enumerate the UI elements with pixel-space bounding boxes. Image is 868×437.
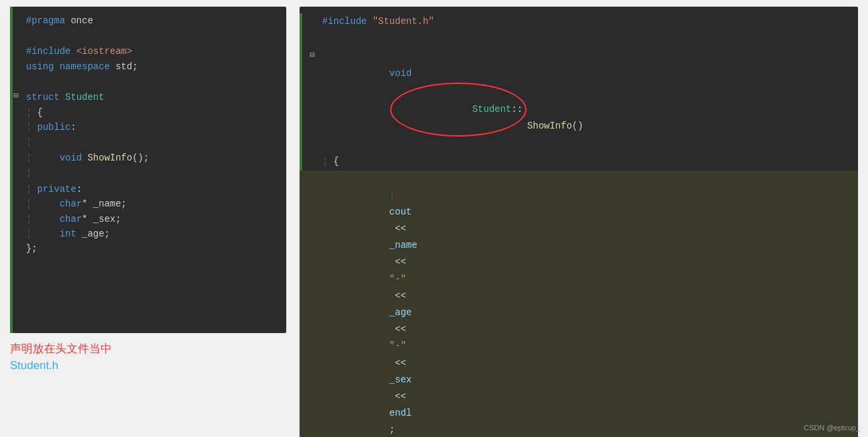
- code-text: #include <iostream>: [22, 44, 132, 59]
- code-line: [10, 74, 286, 90]
- code-line: ¦ private:: [10, 182, 286, 197]
- code-line: ¦: [10, 166, 286, 182]
- left-annotation-line2: Student.h: [10, 359, 286, 372]
- fold-gutter: ⊟: [306, 49, 318, 63]
- left-panel: #pragma once #include <iostream> using n…: [10, 7, 286, 372]
- code-line: ¦ public:: [10, 120, 286, 135]
- code-line: [10, 28, 286, 44]
- code-line: ¦ char* _name;: [10, 197, 286, 211]
- code-line: ¦: [10, 135, 286, 151]
- student-h-code-box: #pragma once #include <iostream> using n…: [10, 7, 286, 333]
- main-container: #pragma once #include <iostream> using n…: [0, 0, 868, 437]
- code-text: using namespace std;: [22, 59, 138, 74]
- right-panel: #include "Student.h" ⊟ void Student:: Sh…: [300, 7, 858, 437]
- watermark: CSDN @eptcup_: [803, 424, 860, 432]
- code-text: void Student:: ShowInfo(): [318, 49, 583, 153]
- code-line: #pragma once: [10, 13, 286, 28]
- left-annotation-line1: 声明放在头文件当中: [10, 341, 286, 356]
- code-line-highlighted: ¦ cout << _name << "-" << _age << "-" <<…: [300, 171, 858, 438]
- code-line: using namespace std;: [10, 59, 286, 74]
- code-line: ¦ char* _sex;: [10, 212, 286, 226]
- code-line: ⊟ void Student:: ShowInfo(): [300, 49, 858, 153]
- code-line: [300, 30, 858, 49]
- code-line: };: [10, 241, 286, 256]
- code-line: ⊟ struct Student: [10, 90, 286, 105]
- code-line: ¦ {: [300, 153, 858, 170]
- code-text: ¦ {: [318, 153, 339, 170]
- code-line: ¦ void ShowInfo();: [10, 151, 286, 165]
- code-line: ¦ {: [10, 105, 286, 120]
- code-text: };: [22, 241, 37, 256]
- code-text: ¦ cout << _name << "-" << _age << "-" <<…: [318, 171, 423, 438]
- code-text: ¦ public:: [22, 120, 77, 135]
- code-text: ¦ char* _sex;: [22, 212, 121, 226]
- code-text: #include "Student.h": [318, 13, 434, 30]
- left-annotation: 声明放在头文件当中 Student.h: [10, 341, 286, 372]
- code-text: #pragma once: [22, 13, 93, 28]
- student-oval-highlight: Student::: [390, 83, 527, 137]
- student-cpp-code-box: #include "Student.h" ⊟ void Student:: Sh…: [300, 7, 858, 437]
- code-line: #include "Student.h": [300, 13, 858, 30]
- code-text: ¦ void ShowInfo();: [22, 151, 149, 165]
- fold-gutter: ⊟: [10, 90, 22, 103]
- code-line: #include <iostream>: [10, 44, 286, 59]
- code-text: ¦ {: [22, 105, 43, 120]
- code-text: struct Student: [22, 90, 105, 105]
- code-text: ¦ int _age;: [22, 226, 110, 241]
- code-line: ¦ int _age;: [10, 226, 286, 241]
- code-text: ¦ char* _name;: [22, 197, 126, 211]
- code-text: ¦ private:: [22, 182, 82, 197]
